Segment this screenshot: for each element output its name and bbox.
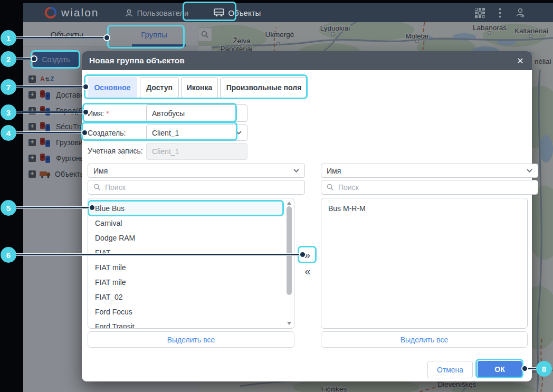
modal-tab-icon[interactable]: Иконка xyxy=(181,77,218,98)
selected-units-list: Bus M-R-M xyxy=(321,198,528,329)
left-sort-select[interactable]: Имя xyxy=(88,164,305,178)
creator-field-label: Создатель: xyxy=(88,129,126,137)
brand-name: wialon xyxy=(61,6,99,19)
right-search xyxy=(321,180,538,195)
double-chevron-right-icon: » xyxy=(304,249,310,261)
list-item-selected[interactable]: Blue Bus xyxy=(89,201,284,216)
search-icon xyxy=(327,184,334,191)
chevron-down-icon xyxy=(236,131,242,135)
close-icon[interactable]: ✕ xyxy=(515,55,526,66)
annotation-badge-8: 8 xyxy=(536,361,552,377)
user-icon xyxy=(125,8,134,17)
annotation-dot xyxy=(83,84,88,89)
scroll-up-icon[interactable] xyxy=(287,202,291,205)
scrollbar[interactable] xyxy=(285,199,293,327)
right-sort-select[interactable]: Имя xyxy=(321,164,538,178)
account-input xyxy=(146,143,247,160)
annotation-dot xyxy=(300,252,305,257)
annotation-line-3 xyxy=(16,111,85,113)
ok-label: ОК xyxy=(494,365,504,374)
right-search-input[interactable] xyxy=(337,183,532,192)
wialon-logo-icon xyxy=(44,6,57,19)
list-item[interactable]: Dodge RAM xyxy=(89,231,284,245)
name-field-label: Имя:* xyxy=(88,109,109,118)
new-group-modal: Новая группа объектов ✕ Основное Доступ … xyxy=(82,51,532,381)
list-item[interactable]: Ford Transit xyxy=(89,319,284,329)
apps-grid-icon[interactable] xyxy=(475,8,485,18)
nav-units-label: Объекты xyxy=(228,8,261,17)
annotation-dot xyxy=(83,110,88,114)
kebab-menu-icon[interactable] xyxy=(499,8,501,18)
name-input[interactable] xyxy=(146,104,247,122)
annotation-dot xyxy=(90,205,94,210)
annotation-line-2 xyxy=(16,58,33,60)
modal-tab-label: Произвольные поля xyxy=(226,83,302,92)
account-field-label: Учетная запись: xyxy=(88,147,143,155)
annotation-line-5 xyxy=(16,207,91,208)
nav-users-label: Пользователи xyxy=(137,8,189,17)
double-chevron-left-icon: « xyxy=(304,265,310,278)
creator-select[interactable]: Client_1 xyxy=(146,125,247,141)
modal-tab-general[interactable]: Основное xyxy=(88,77,137,98)
left-search xyxy=(88,180,305,195)
cancel-label: Отмена xyxy=(437,366,463,374)
list-item[interactable]: FIAT_02 xyxy=(89,290,284,304)
list-item[interactable]: FIAT mile xyxy=(89,275,284,290)
modal-tab-custom-fields[interactable]: Произвольные поля xyxy=(220,77,308,98)
modal-tab-access[interactable]: Доступ xyxy=(140,77,179,98)
bus-icon xyxy=(214,8,224,17)
list-item[interactable]: Carnival xyxy=(89,216,284,231)
switch-user-icon[interactable] xyxy=(515,7,526,18)
move-left-button[interactable]: « xyxy=(300,264,315,279)
list-item[interactable]: Ford Focus xyxy=(89,304,284,319)
annotation-line-7 xyxy=(16,86,85,88)
right-sort-value: Имя xyxy=(327,167,527,175)
annotation-badge-6: 6 xyxy=(1,247,16,263)
annotation-dot xyxy=(82,130,87,135)
list-item[interactable]: FIAT xyxy=(89,245,284,260)
select-all-label: Выделить все xyxy=(167,336,215,344)
annotation-line-4 xyxy=(16,132,84,133)
left-sort-value: Имя xyxy=(93,167,293,175)
left-select-all-button[interactable]: Выделить все xyxy=(88,331,294,348)
nav-item-units[interactable]: Объекты xyxy=(214,8,261,17)
annotation-dot xyxy=(104,35,109,40)
top-navbar: wialon Пользователи Объекты xyxy=(23,3,553,22)
nav-item-users[interactable]: Пользователи xyxy=(125,8,189,17)
annotation-dot xyxy=(522,366,527,371)
list-item[interactable]: Bus M-R-M xyxy=(322,201,527,216)
annotation-line-1 xyxy=(16,37,107,39)
annotation-badge-4: 4 xyxy=(1,125,16,141)
annotation-badge-1: 1 xyxy=(1,30,16,46)
creator-select-value: Client_1 xyxy=(152,129,236,137)
modal-tab-label: Иконка xyxy=(187,83,213,92)
wialon-logo: wialon xyxy=(44,6,99,19)
list-item[interactable]: FIAT mile xyxy=(89,260,284,275)
modal-tab-label: Основное xyxy=(94,83,130,92)
modal-tab-label: Доступ xyxy=(146,83,173,92)
right-select-all-button[interactable]: Выделить все xyxy=(321,331,528,348)
modal-header: Новая группа объектов xyxy=(82,51,532,70)
modal-title: Новая группа объектов xyxy=(89,56,185,65)
annotation-badge-7: 7 xyxy=(1,79,16,95)
annotation-dot xyxy=(32,56,36,61)
annotation-line-6 xyxy=(16,254,302,255)
annotation-line-8 xyxy=(526,368,537,369)
required-mark: * xyxy=(106,109,109,118)
scroll-down-icon[interactable] xyxy=(287,322,291,325)
chevron-down-icon xyxy=(527,169,532,173)
search-icon xyxy=(93,184,101,191)
available-units-list: Blue Bus Carnival Dodge RAM FIAT FIAT mi… xyxy=(88,198,294,329)
left-search-input[interactable] xyxy=(104,183,299,192)
ok-button[interactable]: ОК xyxy=(478,361,522,377)
annotation-badge-2: 2 xyxy=(1,51,16,67)
scrollbar-thumb[interactable] xyxy=(287,206,292,295)
annotation-badge-3: 3 xyxy=(1,104,16,120)
cancel-button[interactable]: Отмена xyxy=(427,361,473,378)
annotation-badge-5: 5 xyxy=(1,200,16,216)
select-all-label: Выделить все xyxy=(401,336,449,344)
chevron-down-icon xyxy=(293,169,299,173)
